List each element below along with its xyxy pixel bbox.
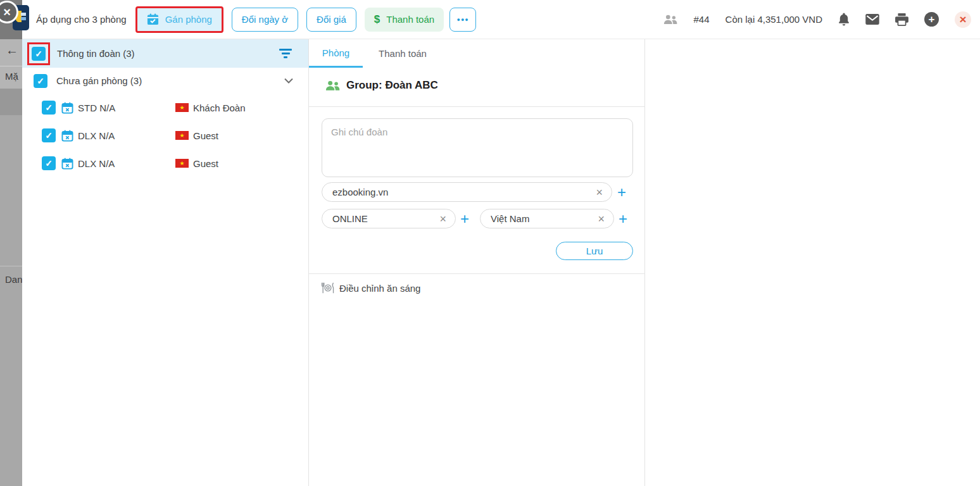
assign-room-label: Gán phòng <box>165 14 212 25</box>
apply-count-label: Áp dụng cho 3 phòng <box>36 14 127 25</box>
room-type-label: DLX N/A <box>78 130 175 141</box>
check-icon: ✓ <box>35 49 42 59</box>
filter-icon[interactable] <box>279 49 292 58</box>
room-type-label: STD N/A <box>78 103 175 113</box>
change-dates-label: Đổi ngày ở <box>242 14 288 25</box>
room-row[interactable]: ✓ DLX N/A ★ Guest <box>22 122 308 149</box>
unassigned-checkbox[interactable]: ✓ <box>34 74 47 88</box>
room-type-label: DLX N/A <box>78 158 175 169</box>
country-input[interactable] <box>491 213 596 224</box>
add-channel-button[interactable]: + <box>460 211 469 227</box>
more-actions-button[interactable]: ●●● <box>449 8 476 32</box>
room-row[interactable]: ✓ DLX N/A ★ Guest <box>22 149 308 177</box>
group-info-label: Thông tin đoàn (3) <box>57 48 279 59</box>
plus-icon: + <box>929 13 935 26</box>
unassigned-group-row[interactable]: ✓ Chưa gán phòng (3) <box>22 68 308 94</box>
guest-name-label: Guest <box>193 130 218 141</box>
room-checkbox[interactable]: ✓ <box>42 101 56 115</box>
close-icon: × <box>3 5 11 20</box>
toolbar: Áp dụng cho 3 phòng Gán phòng Đổi ngày ở… <box>22 0 980 39</box>
room-checkbox[interactable]: ✓ <box>42 156 56 170</box>
save-button[interactable]: Lưu <box>556 242 633 260</box>
add-button[interactable]: + <box>924 12 939 27</box>
vietnam-flag-icon: ★ <box>175 159 189 168</box>
close-icon: × <box>959 13 966 27</box>
assign-room-button[interactable]: Gán phòng <box>135 6 223 33</box>
add-country-button[interactable]: + <box>619 211 627 227</box>
group-header: Group: Đoàn ABC <box>325 79 438 92</box>
highlight-annotation: ✓ <box>27 42 50 65</box>
calendar-x-icon <box>61 158 73 170</box>
ellipsis-icon: ●●● <box>457 16 469 23</box>
room-row[interactable]: ✓ STD N/A ★ Khách Đoàn <box>22 94 308 122</box>
group-title: Group: Đoàn ABC <box>346 79 438 92</box>
occupancy-icon <box>663 15 678 24</box>
divider <box>309 273 645 274</box>
calendar-x-icon <box>61 130 73 142</box>
remaining-amount: Còn lại 4,351,000 VND <box>726 14 822 25</box>
close-dialog-button[interactable]: × <box>955 11 971 28</box>
vietnam-flag-icon: ★ <box>175 103 189 112</box>
change-price-label: Đổi giá <box>317 14 346 25</box>
change-price-button[interactable]: Đổi giá <box>306 8 356 32</box>
clear-icon[interactable]: × <box>438 213 448 225</box>
room-list-panel: ✓ Thông tin đoàn (3) ✓ Chưa gán phòng (3… <box>22 39 309 486</box>
channel-input[interactable] <box>332 213 438 224</box>
divider <box>0 266 22 266</box>
clear-icon[interactable]: × <box>594 187 604 198</box>
divider <box>0 66 22 66</box>
divider <box>309 106 645 107</box>
breakfast-adjust-label: Điều chỉnh ăn sáng <box>339 283 420 294</box>
change-dates-button[interactable]: Đổi ngày ở <box>232 8 298 32</box>
mail-icon[interactable] <box>865 14 879 25</box>
toolbar-right: #44 Còn lại 4,351,000 VND <box>663 11 980 28</box>
notifications-bell-icon[interactable] <box>838 13 850 26</box>
background-page-overlay: ← Mặ Dan <box>0 0 22 486</box>
back-arrow-icon: ← <box>6 43 18 58</box>
background-clipped-text: Mặ <box>5 71 18 82</box>
group-people-icon <box>325 80 341 90</box>
dollar-icon: $ <box>374 13 380 26</box>
booking-dialog: Áp dụng cho 3 phòng Gán phòng Đổi ngày ở… <box>22 0 980 486</box>
chevron-down-icon[interactable] <box>284 78 293 84</box>
payment-button[interactable]: $ Thanh toán <box>365 8 444 32</box>
room-checkbox[interactable]: ✓ <box>42 128 56 142</box>
check-icon: ✓ <box>45 103 53 113</box>
add-source-button[interactable]: + <box>617 185 626 200</box>
clear-icon[interactable]: × <box>596 213 606 225</box>
group-note-textarea[interactable] <box>322 118 633 177</box>
breakfast-adjust-row[interactable]: Điều chỉnh ăn sáng <box>320 282 420 294</box>
check-icon: ✓ <box>37 76 44 86</box>
unassigned-label: Chưa gán phòng (3) <box>56 75 142 86</box>
vietnam-flag-icon: ★ <box>175 131 189 140</box>
tab-payment[interactable]: Thanh toán <box>363 39 443 68</box>
tab-rooms[interactable]: Phòng <box>309 39 363 68</box>
detail-tabs: Phòng Thanh toán <box>309 39 443 68</box>
booking-ref: #44 <box>694 14 710 25</box>
print-icon[interactable] <box>895 13 908 26</box>
guest-name-label: Khách Đoàn <box>193 103 246 113</box>
guest-name-label: Guest <box>193 158 218 169</box>
channel-input-wrapper: × <box>322 209 456 228</box>
group-info-header-row[interactable]: ✓ Thông tin đoàn (3) <box>22 39 308 68</box>
source-input[interactable] <box>332 187 594 197</box>
restaurant-icon <box>320 282 336 294</box>
background-selected-row <box>0 89 22 115</box>
background-clipped-text: Dan <box>5 274 23 285</box>
check-icon: ✓ <box>45 130 53 140</box>
check-icon: ✓ <box>45 158 53 168</box>
calendar-check-icon <box>147 13 159 25</box>
calendar-x-icon <box>61 102 73 114</box>
group-detail-panel: Phòng Thanh toán Group: Đoàn ABC × + × + <box>309 39 645 486</box>
source-input-wrapper: × <box>322 182 612 202</box>
payment-label: Thanh toán <box>386 14 434 25</box>
select-all-checkbox[interactable]: ✓ <box>32 47 46 61</box>
country-input-wrapper: × <box>480 209 614 228</box>
